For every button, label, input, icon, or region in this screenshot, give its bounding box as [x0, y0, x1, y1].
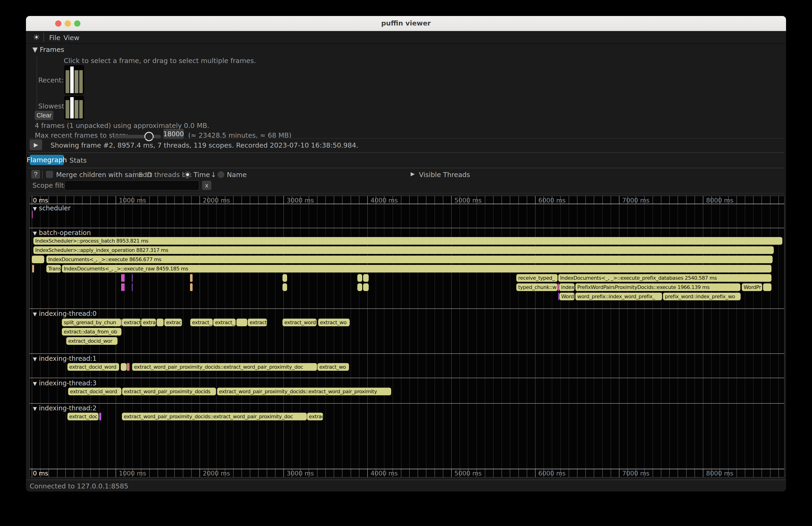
flame-bar[interactable] [558, 283, 559, 291]
menu-view[interactable]: View [63, 34, 79, 42]
flame-bar[interactable]: IndexDocuments<_, _>::execute 8656.677 m… [46, 255, 773, 263]
flame-bar[interactable]: extract_docid_wor [66, 337, 117, 345]
flame-canvas[interactable]: 0 ms0 ms1000 ms1000 ms2000 ms2000 ms3000… [29, 196, 784, 477]
tab-stats[interactable]: Stats [70, 157, 87, 164]
max-frames-value[interactable]: 18000 [163, 129, 184, 139]
flame-bar[interactable]: extract_wo [318, 319, 350, 326]
sort-name-radio[interactable] [218, 171, 224, 178]
frame-bar[interactable] [79, 100, 83, 118]
flame-bar[interactable] [282, 274, 287, 282]
flame-bar[interactable] [32, 255, 44, 263]
flame-bar[interactable]: index [559, 283, 575, 291]
frame-bar[interactable] [75, 70, 78, 93]
flame-bar[interactable]: extract [248, 319, 267, 326]
sort-direction-arrow-icon[interactable]: ↓ [211, 171, 216, 179]
flame-bar[interactable] [32, 210, 33, 218]
frame-bar[interactable] [75, 100, 78, 118]
flame-bar[interactable] [122, 274, 125, 282]
flame-bar[interactable]: extract_word [282, 319, 317, 326]
flame-bar[interactable]: Trans [46, 265, 61, 273]
flame-bar[interactable] [363, 274, 369, 282]
flame-bar[interactable]: extrac [164, 319, 182, 326]
tab-flamegraph[interactable]: Flamegraph [30, 155, 64, 165]
frame-bar[interactable] [70, 67, 74, 93]
frame-bar[interactable] [70, 97, 74, 118]
flame-bar[interactable]: extract_wo [318, 363, 349, 371]
flame-bar[interactable]: prefix_word::index_prefix_wo [663, 293, 741, 300]
flame-bar[interactable]: extrac [307, 413, 323, 420]
flame-bar[interactable]: extract [122, 319, 141, 326]
frame-bar[interactable] [66, 100, 69, 118]
flame-bar[interactable]: extract_doc [68, 413, 99, 420]
flame-bar[interactable]: extract_word_pair_proximity_docids::extr… [217, 388, 391, 395]
flame-bar[interactable] [363, 283, 369, 291]
visible-threads-header[interactable]: Visible Threads [419, 171, 470, 179]
thread-group-header[interactable]: ▼ indexing-thread:1 [33, 355, 97, 362]
thread-group-header[interactable]: ▼ batch-operation [33, 229, 91, 237]
flame-bar[interactable]: extract::data_from_ob [62, 328, 121, 336]
thread-group-header[interactable]: ▼ scheduler [33, 204, 71, 212]
sort-time-label[interactable]: Time [193, 171, 210, 179]
flame-bar[interactable]: extract_word_pair_proximity_docids::extr… [122, 413, 307, 420]
visible-threads-collapse-icon[interactable]: ▶ [411, 171, 415, 177]
flame-bar[interactable] [32, 265, 34, 273]
flame-bar[interactable]: word_prefix::index_word_prefix_ [576, 293, 662, 300]
flame-bar[interactable] [121, 363, 127, 371]
flame-bar[interactable]: receive_typed_ [516, 274, 557, 282]
flame-bar[interactable] [236, 319, 247, 326]
flame-bar[interactable] [763, 283, 771, 291]
flame-bar[interactable]: extract_ [190, 319, 213, 326]
frames-section-header[interactable]: ▼ Frames [32, 46, 64, 54]
flame-bar[interactable] [357, 283, 362, 291]
help-button[interactable]: ? [31, 170, 40, 179]
slowest-frames-thumbnail[interactable] [64, 96, 84, 120]
recent-frames-thumbnail[interactable] [64, 65, 84, 94]
flame-bar[interactable]: IndexDocuments<_, _>::execute_prefix_dat… [558, 274, 771, 282]
flame-bar[interactable] [190, 283, 192, 291]
flame-bar[interactable] [122, 283, 125, 291]
max-frames-slider-knob[interactable] [144, 132, 154, 141]
scope-filter-input[interactable] [64, 180, 199, 190]
flame-bar[interactable]: IndexScheduler>::apply_index_operation 8… [33, 246, 774, 254]
flame-bar[interactable]: IndexScheduler>::process_batch 8953.821 … [33, 237, 782, 245]
flame-bar[interactable] [157, 319, 164, 326]
merge-children-checkbox[interactable] [46, 171, 53, 178]
menu-file[interactable]: File [49, 34, 60, 42]
ruler-tick [401, 469, 401, 477]
flame-bar[interactable] [132, 274, 133, 282]
flame-bar[interactable] [558, 293, 559, 300]
group-divider [30, 308, 784, 309]
sort-time-radio[interactable] [184, 171, 191, 178]
flame-bar[interactable]: extract_word_pair_proximity_docids [122, 388, 216, 395]
play-button[interactable]: ▶ [30, 140, 42, 150]
flame-bar[interactable]: extract_word_pair_proximity_docids::extr… [132, 363, 317, 371]
flame-bar[interactable] [357, 274, 362, 282]
flame-bar[interactable] [99, 413, 101, 420]
flame-bar[interactable] [282, 283, 287, 291]
flame-bar[interactable] [127, 363, 130, 371]
clear-frames-button[interactable]: Clear [35, 111, 53, 120]
thread-group-header[interactable]: ▼ indexing-thread:3 [33, 379, 97, 387]
theme-toggle-sun-icon[interactable]: ☀ [33, 33, 40, 42]
merge-children-label[interactable]: Merge children with same ID [56, 171, 152, 179]
flame-bar[interactable] [132, 283, 133, 291]
flame-bar[interactable]: IndexDocuments<_, _>::execute_raw 8459.1… [62, 265, 771, 273]
flame-bar[interactable]: typed_chunk::w [516, 283, 557, 291]
flame-bar[interactable]: extract_docid_word [68, 388, 121, 395]
thread-group-header[interactable]: ▼ indexing-thread:2 [33, 404, 97, 412]
title-bar[interactable]: puffin viewer [26, 16, 786, 31]
flame-bar[interactable]: extra [141, 319, 156, 326]
flame-bar[interactable]: extract_docid_word [68, 363, 119, 371]
clear-filter-button[interactable]: x [202, 181, 211, 190]
thread-group-header[interactable]: ▼ indexing-thread:0 [33, 310, 97, 318]
ruler-tick [686, 196, 687, 204]
flame-bar[interactable]: extract_ [213, 319, 236, 326]
flame-bar[interactable]: Word [560, 293, 575, 300]
flame-bar[interactable]: PrefixWordPairsProximityDocids::execute … [576, 283, 740, 291]
sort-name-label[interactable]: Name [227, 171, 247, 179]
flame-bar[interactable]: WordPr [742, 283, 762, 291]
flame-bar[interactable]: split_grenad_by_chun [62, 319, 121, 326]
frame-bar[interactable] [79, 70, 83, 93]
flame-bar[interactable] [190, 274, 192, 282]
frame-bar[interactable] [66, 70, 69, 93]
